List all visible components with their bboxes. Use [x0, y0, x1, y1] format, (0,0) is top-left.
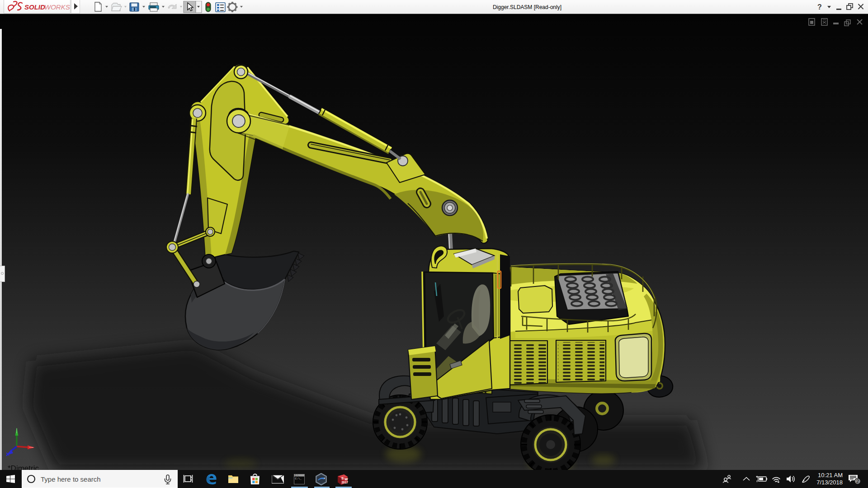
svg-text:WORKS: WORKS — [44, 3, 70, 11]
svg-text:2017: 2017 — [342, 481, 349, 484]
svg-text:C:\_: C:\_ — [295, 477, 302, 480]
svg-text:C:\_: C:\_ — [295, 474, 300, 477]
svg-text:?: ? — [817, 3, 822, 11]
svg-text:S: S — [341, 476, 344, 480]
svg-text:*Dimetric: *Dimetric — [8, 464, 39, 470]
svg-text:2: 2 — [856, 479, 859, 484]
svg-text:SOLID: SOLID — [24, 3, 45, 11]
